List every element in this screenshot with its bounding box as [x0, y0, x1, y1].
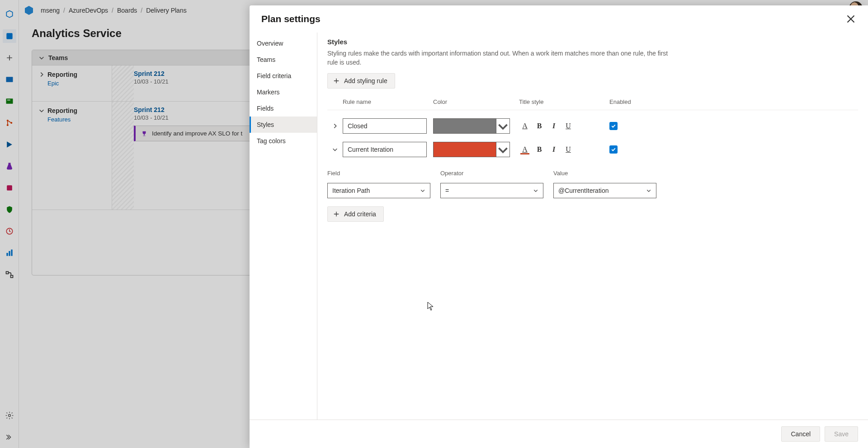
color-swatch: [434, 119, 496, 133]
dialog-footer: Cancel Save: [250, 420, 868, 448]
enabled-cell: [609, 122, 650, 130]
font-color-button[interactable]: A: [519, 120, 531, 132]
expand-rule-button[interactable]: [327, 123, 343, 129]
col-enabled: Enabled: [609, 98, 650, 105]
rule-row: A B I U: [327, 118, 858, 134]
dialog-header: Plan settings: [250, 5, 868, 33]
color-swatch: [434, 142, 496, 157]
chevron-down-icon: [496, 143, 509, 156]
chevron-down-icon: [533, 188, 538, 193]
nav-markers[interactable]: Markers: [250, 84, 317, 100]
font-color-button[interactable]: A: [519, 144, 531, 155]
nav-fields[interactable]: Fields: [250, 100, 317, 117]
underline-button[interactable]: U: [562, 120, 574, 132]
rule-row: A B I U: [327, 142, 858, 157]
value-dropdown[interactable]: @CurrentIteration: [553, 183, 656, 198]
check-icon: [611, 123, 616, 129]
color-picker[interactable]: [433, 142, 510, 157]
col-color: Color: [433, 98, 519, 105]
settings-nav: Overview Teams Field criteria Markers Fi…: [250, 33, 317, 420]
enabled-checkbox[interactable]: [609, 145, 618, 154]
color-picker[interactable]: [433, 118, 510, 134]
collapse-rule-button[interactable]: [327, 146, 343, 153]
check-icon: [611, 147, 616, 152]
chevron-down-icon: [332, 146, 338, 153]
field-value: Iteration Path: [332, 187, 370, 194]
operator-value: =: [445, 187, 449, 194]
field-dropdown[interactable]: Iteration Path: [327, 183, 430, 198]
dialog-body: Overview Teams Field criteria Markers Fi…: [250, 33, 868, 420]
enabled-checkbox[interactable]: [609, 122, 618, 130]
nav-tag-colors[interactable]: Tag colors: [250, 133, 317, 149]
rule-name-input[interactable]: [343, 118, 427, 134]
italic-button[interactable]: I: [548, 144, 560, 155]
col-rule-name: Rule name: [343, 98, 433, 105]
save-button[interactable]: Save: [825, 426, 858, 442]
col-value: Value: [553, 170, 666, 177]
col-field: Field: [327, 170, 440, 177]
cursor-icon: [427, 302, 434, 311]
rule-name-input[interactable]: [343, 142, 427, 157]
chevron-down-icon: [420, 188, 425, 193]
dialog-title: Plan settings: [261, 14, 321, 24]
plus-icon: [333, 78, 340, 84]
title-style-group: A B I U: [519, 144, 609, 155]
section-desc: Styling rules make the cards with import…: [327, 49, 680, 67]
nav-overview[interactable]: Overview: [250, 35, 317, 51]
cancel-button[interactable]: Cancel: [781, 426, 820, 442]
settings-content: Styles Styling rules make the cards with…: [317, 33, 868, 420]
add-criteria-button[interactable]: Add criteria: [327, 206, 384, 222]
close-icon: [845, 14, 856, 24]
chevron-down-icon: [496, 120, 509, 133]
title-style-group: A B I U: [519, 120, 609, 132]
col-title: Title style: [519, 98, 609, 105]
rule-header-row: Rule name Color Title style Enabled: [327, 98, 858, 110]
col-operator: Operator: [440, 170, 553, 177]
add-criteria-label: Add criteria: [344, 210, 376, 218]
plus-icon: [333, 211, 340, 217]
criteria-header-row: Field Operator Value: [327, 170, 858, 177]
bold-button[interactable]: B: [533, 144, 545, 155]
operator-dropdown[interactable]: =: [440, 183, 543, 198]
add-styling-rule-button[interactable]: Add styling rule: [327, 73, 395, 89]
underline-button[interactable]: U: [562, 144, 574, 155]
bold-button[interactable]: B: [533, 120, 545, 132]
plan-settings-dialog: Plan settings Overview Teams Field crite…: [250, 5, 868, 448]
value-value: @CurrentIteration: [558, 187, 609, 194]
nav-teams[interactable]: Teams: [250, 51, 317, 68]
section-title: Styles: [327, 38, 858, 46]
chevron-down-icon: [646, 188, 651, 193]
nav-field-criteria[interactable]: Field criteria: [250, 68, 317, 84]
italic-button[interactable]: I: [548, 120, 560, 132]
add-rule-label: Add styling rule: [344, 77, 387, 84]
criteria-row: Iteration Path = @CurrentIteration: [327, 183, 858, 198]
nav-styles[interactable]: Styles: [250, 117, 317, 133]
chevron-right-icon: [332, 123, 338, 129]
close-button[interactable]: [845, 14, 856, 24]
enabled-cell: [609, 145, 650, 154]
